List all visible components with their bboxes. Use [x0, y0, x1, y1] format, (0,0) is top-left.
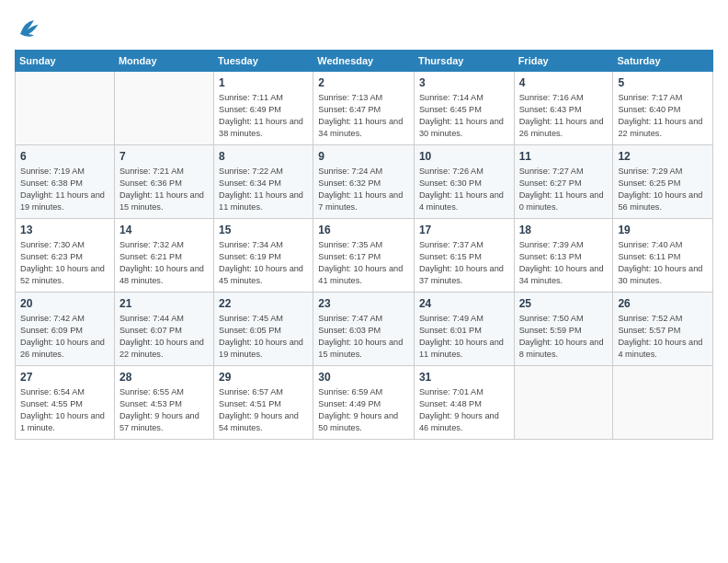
calendar-cell: 8Sunrise: 7:22 AM Sunset: 6:34 PM Daylig… — [214, 145, 313, 219]
day-info: Sunrise: 7:40 AM Sunset: 6:11 PM Dayligh… — [618, 239, 708, 287]
day-number: 2 — [318, 75, 409, 90]
weekday-header-monday: Monday — [114, 51, 213, 72]
day-info: Sunrise: 7:01 AM Sunset: 4:48 PM Dayligh… — [419, 386, 509, 434]
weekday-header-saturday: Saturday — [613, 51, 713, 72]
day-info: Sunrise: 7:44 AM Sunset: 6:07 PM Dayligh… — [119, 313, 209, 361]
day-number: 1 — [219, 75, 308, 90]
weekday-header-wednesday: Wednesday — [313, 51, 415, 72]
day-info: Sunrise: 7:26 AM Sunset: 6:30 PM Dayligh… — [419, 166, 509, 213]
day-number: 5 — [618, 75, 708, 90]
calendar-cell: 21Sunrise: 7:44 AM Sunset: 6:07 PM Dayli… — [114, 293, 213, 366]
day-info: Sunrise: 7:22 AM Sunset: 6:34 PM Dayligh… — [219, 166, 308, 213]
day-number: 11 — [519, 149, 609, 164]
day-number: 19 — [618, 223, 708, 237]
calendar-cell: 29Sunrise: 6:57 AM Sunset: 4:51 PM Dayli… — [214, 366, 313, 440]
day-number: 18 — [519, 223, 609, 237]
calendar-cell: 30Sunrise: 6:59 AM Sunset: 4:49 PM Dayli… — [313, 366, 415, 440]
day-number: 8 — [219, 149, 308, 164]
day-number: 20 — [20, 296, 109, 311]
calendar-cell: 15Sunrise: 7:34 AM Sunset: 6:19 PM Dayli… — [214, 219, 313, 293]
day-info: Sunrise: 6:57 AM Sunset: 4:51 PM Dayligh… — [219, 386, 308, 434]
day-number: 10 — [419, 149, 509, 164]
day-info: Sunrise: 6:55 AM Sunset: 4:53 PM Dayligh… — [119, 386, 209, 434]
calendar-cell: 11Sunrise: 7:27 AM Sunset: 6:27 PM Dayli… — [514, 145, 613, 219]
calendar-cell: 26Sunrise: 7:52 AM Sunset: 5:57 PM Dayli… — [613, 293, 713, 366]
calendar-cell: 25Sunrise: 7:50 AM Sunset: 5:59 PM Dayli… — [514, 293, 613, 366]
day-number: 14 — [119, 223, 209, 237]
day-info: Sunrise: 7:35 AM Sunset: 6:17 PM Dayligh… — [318, 239, 409, 287]
logo-bird-icon — [15, 15, 42, 42]
calendar-cell: 6Sunrise: 7:19 AM Sunset: 6:38 PM Daylig… — [16, 145, 115, 219]
day-number: 21 — [119, 296, 209, 311]
day-info: Sunrise: 7:50 AM Sunset: 5:59 PM Dayligh… — [519, 313, 609, 361]
calendar-cell: 10Sunrise: 7:26 AM Sunset: 6:30 PM Dayli… — [414, 145, 514, 219]
calendar-cell — [16, 72, 115, 145]
calendar-week-1: 1Sunrise: 7:11 AM Sunset: 6:49 PM Daylig… — [16, 72, 713, 145]
day-number: 7 — [119, 149, 209, 164]
day-info: Sunrise: 7:39 AM Sunset: 6:13 PM Dayligh… — [519, 239, 609, 287]
day-info: Sunrise: 7:42 AM Sunset: 6:09 PM Dayligh… — [20, 313, 109, 361]
weekday-header-tuesday: Tuesday — [214, 51, 313, 72]
day-number: 29 — [219, 370, 308, 385]
day-number: 31 — [419, 370, 509, 385]
day-info: Sunrise: 7:37 AM Sunset: 6:15 PM Dayligh… — [419, 239, 509, 287]
calendar-cell: 13Sunrise: 7:30 AM Sunset: 6:23 PM Dayli… — [16, 219, 115, 293]
calendar-cell: 12Sunrise: 7:29 AM Sunset: 6:25 PM Dayli… — [613, 145, 713, 219]
day-info: Sunrise: 7:17 AM Sunset: 6:40 PM Dayligh… — [618, 92, 708, 140]
calendar-cell: 3Sunrise: 7:14 AM Sunset: 6:45 PM Daylig… — [414, 72, 514, 145]
day-info: Sunrise: 7:11 AM Sunset: 6:49 PM Dayligh… — [219, 92, 308, 140]
day-number: 12 — [618, 149, 708, 164]
day-number: 6 — [20, 149, 109, 164]
day-info: Sunrise: 7:49 AM Sunset: 6:01 PM Dayligh… — [419, 313, 509, 361]
calendar-cell: 24Sunrise: 7:49 AM Sunset: 6:01 PM Dayli… — [414, 293, 514, 366]
calendar-cell: 18Sunrise: 7:39 AM Sunset: 6:13 PM Dayli… — [514, 219, 613, 293]
day-info: Sunrise: 7:52 AM Sunset: 5:57 PM Dayligh… — [618, 313, 708, 361]
day-number: 4 — [519, 75, 609, 90]
day-info: Sunrise: 7:21 AM Sunset: 6:36 PM Dayligh… — [119, 166, 209, 213]
calendar-cell: 28Sunrise: 6:55 AM Sunset: 4:53 PM Dayli… — [114, 366, 213, 440]
day-number: 24 — [419, 296, 509, 311]
calendar-cell: 7Sunrise: 7:21 AM Sunset: 6:36 PM Daylig… — [114, 145, 213, 219]
calendar-body: 1Sunrise: 7:11 AM Sunset: 6:49 PM Daylig… — [16, 72, 713, 440]
calendar-cell — [514, 366, 613, 440]
day-info: Sunrise: 7:45 AM Sunset: 6:05 PM Dayligh… — [219, 313, 308, 361]
day-number: 30 — [318, 370, 409, 385]
day-info: Sunrise: 7:47 AM Sunset: 6:03 PM Dayligh… — [318, 313, 409, 361]
calendar-cell: 2Sunrise: 7:13 AM Sunset: 6:47 PM Daylig… — [313, 72, 415, 145]
day-number: 16 — [318, 223, 409, 237]
day-number: 25 — [519, 296, 609, 311]
day-number: 13 — [20, 223, 109, 237]
day-info: Sunrise: 7:32 AM Sunset: 6:21 PM Dayligh… — [119, 239, 209, 287]
day-number: 9 — [318, 149, 409, 164]
calendar-cell: 17Sunrise: 7:37 AM Sunset: 6:15 PM Dayli… — [414, 219, 514, 293]
calendar-cell: 14Sunrise: 7:32 AM Sunset: 6:21 PM Dayli… — [114, 219, 213, 293]
weekday-header-sunday: Sunday — [16, 51, 115, 72]
day-number: 28 — [119, 370, 209, 385]
day-info: Sunrise: 7:29 AM Sunset: 6:25 PM Dayligh… — [618, 166, 708, 213]
day-info: Sunrise: 7:27 AM Sunset: 6:27 PM Dayligh… — [519, 166, 609, 213]
day-info: Sunrise: 7:30 AM Sunset: 6:23 PM Dayligh… — [20, 239, 109, 287]
calendar-week-2: 6Sunrise: 7:19 AM Sunset: 6:38 PM Daylig… — [16, 145, 713, 219]
day-number: 17 — [419, 223, 509, 237]
day-info: Sunrise: 7:16 AM Sunset: 6:43 PM Dayligh… — [519, 92, 609, 140]
calendar-cell: 20Sunrise: 7:42 AM Sunset: 6:09 PM Dayli… — [16, 293, 115, 366]
calendar-cell — [114, 72, 213, 145]
day-info: Sunrise: 7:13 AM Sunset: 6:47 PM Dayligh… — [318, 92, 409, 140]
day-info: Sunrise: 7:19 AM Sunset: 6:38 PM Dayligh… — [20, 166, 109, 213]
calendar-cell: 16Sunrise: 7:35 AM Sunset: 6:17 PM Dayli… — [313, 219, 415, 293]
day-info: Sunrise: 7:14 AM Sunset: 6:45 PM Dayligh… — [419, 92, 509, 140]
day-info: Sunrise: 6:54 AM Sunset: 4:55 PM Dayligh… — [20, 386, 109, 434]
calendar-cell: 23Sunrise: 7:47 AM Sunset: 6:03 PM Dayli… — [313, 293, 415, 366]
calendar-cell: 1Sunrise: 7:11 AM Sunset: 6:49 PM Daylig… — [214, 72, 313, 145]
day-number: 27 — [20, 370, 109, 385]
calendar-week-4: 20Sunrise: 7:42 AM Sunset: 6:09 PM Dayli… — [16, 293, 713, 366]
calendar-week-5: 27Sunrise: 6:54 AM Sunset: 4:55 PM Dayli… — [16, 366, 713, 440]
calendar-table: SundayMondayTuesdayWednesdayThursdayFrid… — [15, 50, 713, 440]
day-number: 3 — [419, 75, 509, 90]
day-info: Sunrise: 7:34 AM Sunset: 6:19 PM Dayligh… — [219, 239, 308, 287]
calendar-cell: 4Sunrise: 7:16 AM Sunset: 6:43 PM Daylig… — [514, 72, 613, 145]
calendar-week-3: 13Sunrise: 7:30 AM Sunset: 6:23 PM Dayli… — [16, 219, 713, 293]
calendar-cell: 9Sunrise: 7:24 AM Sunset: 6:32 PM Daylig… — [313, 145, 415, 219]
calendar-cell: 5Sunrise: 7:17 AM Sunset: 6:40 PM Daylig… — [613, 72, 713, 145]
page-header — [15, 15, 713, 42]
